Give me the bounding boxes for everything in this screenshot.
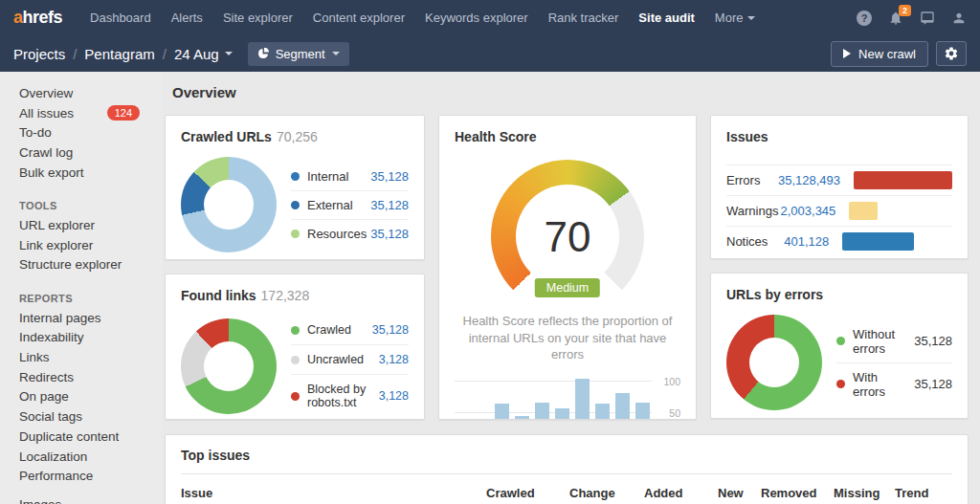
sidebar-item-overview[interactable]: Overview [19,83,163,103]
page-title: Overview [172,84,969,100]
crawl-date-dropdown[interactable]: 24 Aug [174,46,219,62]
top-issues-card: Top issues Issue Crawled Change Added Ne… [165,434,969,504]
help-icon[interactable]: ? [857,11,872,26]
found-links-donut-chart [181,318,277,414]
with-errors-value: 35,128 [910,377,952,391]
resources-value-link[interactable]: 35,128 [367,227,409,241]
trend-bar [495,404,509,420]
urls-by-errors-title: URLs by errors [726,287,952,302]
issues-title: Issues [726,129,952,144]
trend-bar [635,403,650,420]
sidebar-item-redirects[interactable]: Redirects [19,367,163,387]
nav-alerts[interactable]: Alerts [171,11,203,25]
top-issues-title: Top issues [181,435,952,474]
found-links-total: 172,328 [261,288,310,303]
notification-badge: 2 [899,5,911,16]
sidebar-item-localization[interactable]: Localization [19,447,163,467]
health-score-gauge: 70 Medium [491,160,644,303]
column-trend: Trend [895,486,952,500]
health-score-trend-chart: 100 50 0 19 Jul 19 Aug [455,375,680,420]
notices-value-link[interactable]: 401,128 [784,234,829,249]
external-value-link[interactable]: 35,128 [367,198,409,212]
health-score-description: Health Score reflects the proportion of … [455,313,680,363]
breadcrumb-project-name[interactable]: Pentagram [84,46,154,62]
without-errors-dot-icon [836,337,845,345]
crawled-urls-donut-chart [181,157,277,252]
errors-value-link[interactable]: 35,128,493 [778,173,840,187]
sidebar-item-internal-pages[interactable]: Internal pages [19,308,163,328]
sidebar-item-structure-explorer[interactable]: Structure explorer [19,255,163,275]
segment-button[interactable]: Segment [248,42,349,66]
sidebar-item-indexability[interactable]: Indexability [19,328,163,348]
errors-bar [854,171,952,189]
y-tick-100: 100 [656,376,680,387]
trend-bar [555,408,569,420]
column-issue: Issue [181,486,486,500]
breadcrumb-projects[interactable]: Projects [13,46,65,62]
internal-value-link[interactable]: 35,128 [367,169,409,184]
sidebar-item-all-issues[interactable]: All issues124 [19,103,163,123]
issues-count-badge: 124 [107,105,140,121]
nav-dashboard[interactable]: Dashboard [90,11,151,25]
crawled-urls-legend: Internal35,128 External35,128 Resources3… [291,163,409,248]
warnings-bar [849,202,878,220]
nav-more[interactable]: More [715,11,756,25]
chevron-down-icon [225,52,233,55]
external-dot-icon [291,201,300,209]
nav-content-explorer[interactable]: Content explorer [313,11,405,25]
ahrefs-logo[interactable]: ahrefs [13,8,62,28]
blocked-value-link[interactable]: 3,128 [375,389,409,403]
column-removed: Removed [761,486,834,500]
sidebar-item-bulk-export[interactable]: Bulk export [19,163,163,183]
sidebar-item-on-page[interactable]: On page [19,387,163,407]
account-button[interactable] [951,11,967,26]
internal-dot-icon [291,172,300,181]
sidebar: Overview All issues124 To-do Crawl log B… [0,72,163,504]
sidebar-item-url-explorer[interactable]: URL explorer [19,215,163,235]
health-score-value: 70 [491,213,644,261]
legend-item-with-errors: With errors35,128 [836,363,952,405]
feedback-button[interactable] [920,11,935,26]
y-tick-50: 50 [656,407,680,419]
crawled-value-link[interactable]: 35,128 [368,323,409,337]
sidebar-item-social-tags[interactable]: Social tags [19,406,163,427]
sidebar-section-reports: REPORTS [19,288,163,308]
column-added: Added [644,486,718,500]
chat-icon [920,11,935,26]
trend-bars [455,378,648,420]
chevron-down-icon [747,16,755,20]
nav-keywords-explorer[interactable]: Keywords explorer [425,11,528,25]
warnings-value-link[interactable]: 2,003,345 [780,204,835,218]
urls-by-errors-donut-chart [726,315,822,410]
issues-row-warnings: Warnings2,003,345 [726,195,952,226]
sidebar-item-crawl-log[interactable]: Crawl log [19,142,163,163]
column-change: Change [569,486,644,500]
crawled-urls-title: Crawled URLs70,256 [181,129,409,144]
pie-chart-icon [257,48,269,59]
sidebar-item-images[interactable]: Images [19,494,163,504]
sidebar-item-to-do[interactable]: To-do [19,122,163,142]
legend-item-uncrawled: Uncrawled3,128 [291,345,409,375]
column-new: New [718,486,761,500]
resources-dot-icon [291,230,300,238]
legend-item-without-errors: Without errors35,128 [836,320,952,363]
found-links-card: Found links172,328 Crawled35,128 Uncrawl… [165,274,425,420]
top-nav: ahrefs Dashboard Alerts Site explorer Co… [0,0,980,35]
sidebar-item-links[interactable]: Links [19,347,163,367]
sidebar-item-link-explorer[interactable]: Link explorer [19,235,163,255]
new-crawl-button[interactable]: New crawl [831,41,928,67]
nav-site-explorer[interactable]: Site explorer [223,11,293,25]
nav-rank-tracker[interactable]: Rank tracker [548,11,619,25]
legend-item-internal: Internal35,128 [291,163,409,191]
nav-site-audit[interactable]: Site audit [638,11,695,25]
settings-button[interactable] [936,41,967,66]
found-links-legend: Crawled35,128 Uncrawled3,128 Blocked by … [291,316,409,417]
crawled-dot-icon [291,326,300,335]
uncrawled-value-link[interactable]: 3,128 [375,353,409,366]
breadcrumb-bar: Projects / Pentagram / 24 Aug Segment Ne… [0,35,980,72]
blocked-dot-icon [291,392,300,401]
sidebar-item-duplicate-content[interactable]: Duplicate content [19,427,163,447]
notifications-button[interactable]: 2 [888,11,903,26]
sidebar-item-performance[interactable]: Performance [19,466,163,486]
breadcrumb-separator: / [163,46,167,62]
